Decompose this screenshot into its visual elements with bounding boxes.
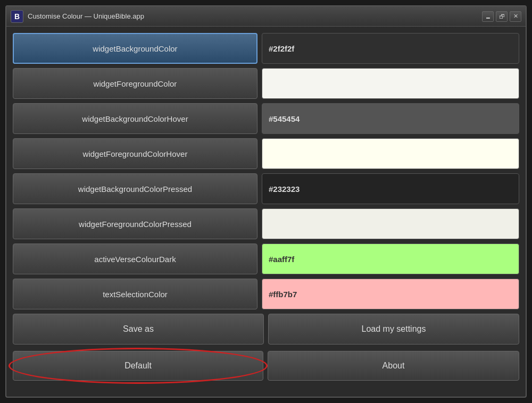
color-row: textSelectionColor#ffb7b7 (13, 279, 519, 309)
color-label-button[interactable]: textSelectionColor (13, 279, 257, 309)
color-row: widgetBackgroundColor#2f2f2f (13, 33, 519, 64)
color-label-button[interactable]: widgetForegroundColorPressed (13, 208, 257, 239)
color-preview[interactable]: #aaff7f (262, 244, 519, 274)
color-label-button[interactable]: widgetForegroundColorHover (13, 138, 257, 169)
color-label-button[interactable]: activeVerseColourDark (13, 244, 257, 274)
action-buttons-row-1: Save asLoad my settings (13, 314, 519, 345)
app-icon: B (11, 10, 23, 23)
color-label-button[interactable]: widgetBackgroundColorPressed (13, 173, 257, 204)
restore-button[interactable]: 🗗 (496, 11, 508, 22)
color-preview[interactable] (262, 208, 519, 239)
color-preview[interactable]: #232323 (262, 173, 519, 204)
color-row: widgetForegroundColorHover (13, 138, 519, 169)
color-label-button[interactable]: widgetForegroundColor (13, 68, 257, 99)
window-title: Customise Colour — UniqueBible.app (28, 12, 144, 20)
color-row: widgetBackgroundColorHover#545454 (13, 103, 519, 134)
color-row: widgetForegroundColor (13, 68, 519, 99)
color-label-button[interactable]: widgetBackgroundColorHover (13, 103, 257, 134)
close-button[interactable]: ✕ (510, 11, 521, 22)
color-row: widgetForegroundColorPressed (13, 208, 519, 239)
action-buttons-row-2: DefaultAbout (13, 349, 519, 382)
color-row: activeVerseColourDark#aaff7f (13, 244, 519, 274)
minimize-button[interactable]: 🗕 (482, 11, 494, 22)
title-bar-controls: 🗕 🗗 ✕ (482, 11, 521, 22)
color-preview[interactable] (262, 138, 519, 169)
color-preview[interactable]: #ffb7b7 (262, 279, 519, 309)
about-button[interactable]: About (268, 351, 519, 381)
color-label-button[interactable]: widgetBackgroundColor (13, 33, 257, 64)
color-preview[interactable] (262, 68, 519, 99)
default-button[interactable]: Default (13, 351, 263, 381)
color-preview[interactable]: #2f2f2f (262, 33, 519, 64)
color-row: widgetBackgroundColorPressed#232323 (13, 173, 519, 204)
content-area: widgetBackgroundColor#2f2f2fwidgetForegr… (6, 27, 526, 397)
load-my-settings-button[interactable]: Load my settings (268, 314, 519, 345)
color-preview[interactable]: #545454 (262, 103, 519, 134)
save-as-button[interactable]: Save as (13, 314, 264, 345)
title-bar-left: B Customise Colour — UniqueBible.app (11, 10, 144, 23)
main-window: B Customise Colour — UniqueBible.app 🗕 🗗… (5, 5, 527, 398)
default-button-wrapper: Default (13, 351, 263, 381)
title-bar: B Customise Colour — UniqueBible.app 🗕 🗗… (6, 6, 526, 27)
